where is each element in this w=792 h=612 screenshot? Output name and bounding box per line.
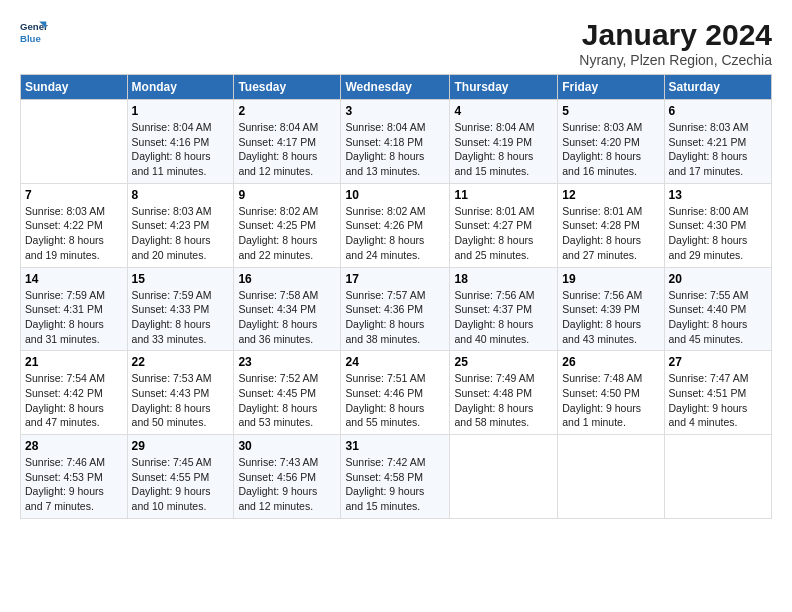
day-number: 11 (454, 188, 553, 202)
calendar-header: SundayMondayTuesdayWednesdayThursdayFrid… (21, 75, 772, 100)
calendar-cell: 5Sunrise: 8:03 AMSunset: 4:20 PMDaylight… (558, 100, 664, 184)
day-number: 25 (454, 355, 553, 369)
day-info: Sunrise: 7:56 AMSunset: 4:37 PMDaylight:… (454, 288, 553, 347)
week-row-4: 21Sunrise: 7:54 AMSunset: 4:42 PMDayligh… (21, 351, 772, 435)
calendar-cell: 15Sunrise: 7:59 AMSunset: 4:33 PMDayligh… (127, 267, 234, 351)
day-info: Sunrise: 7:52 AMSunset: 4:45 PMDaylight:… (238, 371, 336, 430)
calendar-cell: 4Sunrise: 8:04 AMSunset: 4:19 PMDaylight… (450, 100, 558, 184)
day-number: 31 (345, 439, 445, 453)
calendar-cell: 27Sunrise: 7:47 AMSunset: 4:51 PMDayligh… (664, 351, 771, 435)
calendar-cell: 7Sunrise: 8:03 AMSunset: 4:22 PMDaylight… (21, 183, 128, 267)
page-subtitle: Nyrany, Plzen Region, Czechia (579, 52, 772, 68)
day-info: Sunrise: 8:04 AMSunset: 4:18 PMDaylight:… (345, 120, 445, 179)
day-number: 23 (238, 355, 336, 369)
day-info: Sunrise: 7:51 AMSunset: 4:46 PMDaylight:… (345, 371, 445, 430)
day-number: 7 (25, 188, 123, 202)
day-number: 20 (669, 272, 767, 286)
day-info: Sunrise: 7:54 AMSunset: 4:42 PMDaylight:… (25, 371, 123, 430)
day-info: Sunrise: 8:01 AMSunset: 4:28 PMDaylight:… (562, 204, 659, 263)
day-number: 1 (132, 104, 230, 118)
day-info: Sunrise: 7:53 AMSunset: 4:43 PMDaylight:… (132, 371, 230, 430)
day-info: Sunrise: 7:59 AMSunset: 4:31 PMDaylight:… (25, 288, 123, 347)
calendar-cell: 6Sunrise: 8:03 AMSunset: 4:21 PMDaylight… (664, 100, 771, 184)
day-number: 17 (345, 272, 445, 286)
calendar-cell: 14Sunrise: 7:59 AMSunset: 4:31 PMDayligh… (21, 267, 128, 351)
day-number: 26 (562, 355, 659, 369)
header-thursday: Thursday (450, 75, 558, 100)
day-info: Sunrise: 7:46 AMSunset: 4:53 PMDaylight:… (25, 455, 123, 514)
day-info: Sunrise: 7:43 AMSunset: 4:56 PMDaylight:… (238, 455, 336, 514)
day-number: 24 (345, 355, 445, 369)
day-info: Sunrise: 8:03 AMSunset: 4:21 PMDaylight:… (669, 120, 767, 179)
day-number: 9 (238, 188, 336, 202)
calendar-cell: 16Sunrise: 7:58 AMSunset: 4:34 PMDayligh… (234, 267, 341, 351)
day-info: Sunrise: 8:03 AMSunset: 4:22 PMDaylight:… (25, 204, 123, 263)
day-number: 10 (345, 188, 445, 202)
day-info: Sunrise: 7:55 AMSunset: 4:40 PMDaylight:… (669, 288, 767, 347)
day-info: Sunrise: 8:00 AMSunset: 4:30 PMDaylight:… (669, 204, 767, 263)
calendar-cell: 25Sunrise: 7:49 AMSunset: 4:48 PMDayligh… (450, 351, 558, 435)
calendar-cell: 10Sunrise: 8:02 AMSunset: 4:26 PMDayligh… (341, 183, 450, 267)
calendar-cell: 21Sunrise: 7:54 AMSunset: 4:42 PMDayligh… (21, 351, 128, 435)
day-info: Sunrise: 8:02 AMSunset: 4:26 PMDaylight:… (345, 204, 445, 263)
calendar-cell (558, 435, 664, 519)
title-block: January 2024 Nyrany, Plzen Region, Czech… (579, 18, 772, 68)
calendar-cell: 23Sunrise: 7:52 AMSunset: 4:45 PMDayligh… (234, 351, 341, 435)
calendar-cell: 28Sunrise: 7:46 AMSunset: 4:53 PMDayligh… (21, 435, 128, 519)
day-number: 5 (562, 104, 659, 118)
calendar-cell: 29Sunrise: 7:45 AMSunset: 4:55 PMDayligh… (127, 435, 234, 519)
calendar-cell: 31Sunrise: 7:42 AMSunset: 4:58 PMDayligh… (341, 435, 450, 519)
day-number: 4 (454, 104, 553, 118)
calendar-cell: 2Sunrise: 8:04 AMSunset: 4:17 PMDaylight… (234, 100, 341, 184)
header-friday: Friday (558, 75, 664, 100)
calendar-cell: 8Sunrise: 8:03 AMSunset: 4:23 PMDaylight… (127, 183, 234, 267)
day-info: Sunrise: 8:04 AMSunset: 4:16 PMDaylight:… (132, 120, 230, 179)
day-info: Sunrise: 8:01 AMSunset: 4:27 PMDaylight:… (454, 204, 553, 263)
day-number: 12 (562, 188, 659, 202)
calendar-cell: 17Sunrise: 7:57 AMSunset: 4:36 PMDayligh… (341, 267, 450, 351)
svg-text:Blue: Blue (20, 33, 41, 44)
day-number: 27 (669, 355, 767, 369)
calendar-cell: 9Sunrise: 8:02 AMSunset: 4:25 PMDaylight… (234, 183, 341, 267)
day-number: 6 (669, 104, 767, 118)
day-info: Sunrise: 7:56 AMSunset: 4:39 PMDaylight:… (562, 288, 659, 347)
calendar-cell (21, 100, 128, 184)
day-info: Sunrise: 7:42 AMSunset: 4:58 PMDaylight:… (345, 455, 445, 514)
day-number: 19 (562, 272, 659, 286)
logo: General Blue (20, 18, 48, 46)
day-number: 28 (25, 439, 123, 453)
page-title: January 2024 (579, 18, 772, 52)
day-info: Sunrise: 7:45 AMSunset: 4:55 PMDaylight:… (132, 455, 230, 514)
header-monday: Monday (127, 75, 234, 100)
calendar-cell: 22Sunrise: 7:53 AMSunset: 4:43 PMDayligh… (127, 351, 234, 435)
day-number: 16 (238, 272, 336, 286)
day-number: 18 (454, 272, 553, 286)
calendar-table: SundayMondayTuesdayWednesdayThursdayFrid… (20, 74, 772, 519)
header-saturday: Saturday (664, 75, 771, 100)
day-info: Sunrise: 8:03 AMSunset: 4:23 PMDaylight:… (132, 204, 230, 263)
day-info: Sunrise: 7:57 AMSunset: 4:36 PMDaylight:… (345, 288, 445, 347)
header-tuesday: Tuesday (234, 75, 341, 100)
day-number: 21 (25, 355, 123, 369)
calendar-cell: 1Sunrise: 8:04 AMSunset: 4:16 PMDaylight… (127, 100, 234, 184)
day-number: 22 (132, 355, 230, 369)
day-info: Sunrise: 8:02 AMSunset: 4:25 PMDaylight:… (238, 204, 336, 263)
day-info: Sunrise: 7:48 AMSunset: 4:50 PMDaylight:… (562, 371, 659, 430)
header-wednesday: Wednesday (341, 75, 450, 100)
day-info: Sunrise: 7:49 AMSunset: 4:48 PMDaylight:… (454, 371, 553, 430)
calendar-cell: 18Sunrise: 7:56 AMSunset: 4:37 PMDayligh… (450, 267, 558, 351)
day-number: 3 (345, 104, 445, 118)
calendar-cell (450, 435, 558, 519)
day-number: 15 (132, 272, 230, 286)
week-row-2: 7Sunrise: 8:03 AMSunset: 4:22 PMDaylight… (21, 183, 772, 267)
day-info: Sunrise: 7:47 AMSunset: 4:51 PMDaylight:… (669, 371, 767, 430)
day-number: 30 (238, 439, 336, 453)
day-number: 2 (238, 104, 336, 118)
calendar-cell: 19Sunrise: 7:56 AMSunset: 4:39 PMDayligh… (558, 267, 664, 351)
week-row-5: 28Sunrise: 7:46 AMSunset: 4:53 PMDayligh… (21, 435, 772, 519)
calendar-cell: 12Sunrise: 8:01 AMSunset: 4:28 PMDayligh… (558, 183, 664, 267)
day-number: 13 (669, 188, 767, 202)
calendar-cell: 13Sunrise: 8:00 AMSunset: 4:30 PMDayligh… (664, 183, 771, 267)
day-info: Sunrise: 8:04 AMSunset: 4:19 PMDaylight:… (454, 120, 553, 179)
day-info: Sunrise: 7:58 AMSunset: 4:34 PMDaylight:… (238, 288, 336, 347)
